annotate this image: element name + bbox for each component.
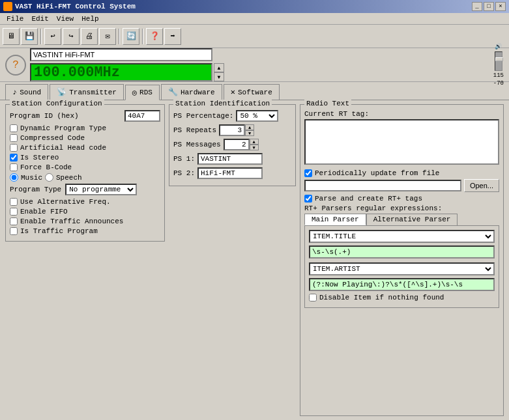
- tab-sound[interactable]: ♪ Sound: [5, 84, 48, 100]
- tab-rds[interactable]: ◎ RDS: [125, 85, 160, 100]
- station-id-panel: Station Identification PS Percentage: 50…: [169, 104, 296, 416]
- radio-icon: ?: [5, 55, 26, 76]
- menu-view[interactable]: View: [53, 14, 78, 23]
- ps-messages-up[interactable]: ▲: [250, 139, 259, 145]
- disable-item-checkbox[interactable]: [309, 294, 317, 301]
- use-alt-freq-row: Use Alternative Freq.: [10, 198, 160, 206]
- tb-sep2: [119, 29, 120, 44]
- compressed-code-label: Compressed Code: [20, 134, 85, 142]
- compressed-code-checkbox[interactable]: [10, 134, 18, 142]
- tab-hardware-label: Hardware: [181, 89, 215, 96]
- disable-item-label: Disable Item if nothing found: [319, 294, 444, 301]
- item-artist-select[interactable]: ITEM.ARTIST: [309, 262, 495, 275]
- tab-software-label: Software: [238, 89, 272, 96]
- is-stereo-label: Is Stereo: [20, 154, 59, 161]
- item-title-dropdown-row: ITEM.TITLE: [309, 230, 495, 243]
- radio-text-fieldset: Radio Text Current RT tag: Periodically …: [300, 104, 504, 416]
- menu-edit[interactable]: Edit: [27, 14, 52, 23]
- ps-repeats-spinner-btns: ▲ ▼: [245, 124, 254, 136]
- enable-traffic-checkbox[interactable]: [10, 217, 18, 225]
- tb-print-button[interactable]: 🖨: [81, 28, 98, 45]
- tb-undo-button[interactable]: ↩: [44, 28, 61, 45]
- speech-radio[interactable]: [45, 173, 53, 182]
- force-b-code-checkbox[interactable]: [10, 163, 18, 171]
- freq-down-button[interactable]: ▼: [214, 72, 224, 81]
- periodically-update-checkbox[interactable]: [304, 169, 312, 177]
- station-config-legend: Station Configuration: [10, 100, 104, 107]
- ps-repeats-up[interactable]: ▲: [245, 124, 254, 130]
- close-button[interactable]: ×: [495, 2, 506, 11]
- tb-refresh-button[interactable]: 🔄: [123, 28, 139, 45]
- item-title-select[interactable]: ITEM.TITLE: [309, 230, 495, 243]
- tab-transmitter[interactable]: 📡 Transmitter: [50, 84, 124, 100]
- tb-redo-button[interactable]: ↪: [63, 28, 80, 45]
- force-b-code-row: Force B-Code: [10, 163, 160, 171]
- current-rt-textarea[interactable]: [304, 119, 499, 165]
- alt-parser-tab[interactable]: Alternative Parser: [366, 214, 458, 225]
- enable-traffic-row: Enable Traffic Announces: [10, 217, 160, 225]
- dynamic-program-checkbox[interactable]: [10, 124, 18, 132]
- tb-save-button[interactable]: 💾: [21, 28, 38, 45]
- parser-content: ITEM.TITLE ITEM.ARTIST Disable Item if n…: [304, 225, 499, 308]
- item-artist-value-input[interactable]: [309, 278, 495, 291]
- ps-messages-input[interactable]: [224, 139, 250, 150]
- radio-text-panel: Radio Text Current RT tag: Periodically …: [300, 104, 504, 416]
- app-icon: [3, 2, 12, 11]
- window-title: VAST HiFi-FMT Control System: [15, 3, 136, 10]
- main-parser-tab[interactable]: Main Parser: [304, 214, 366, 225]
- item-title-value-input[interactable]: [309, 245, 495, 259]
- periodically-update-label: Periodically update from file: [315, 169, 439, 177]
- artificial-head-checkbox[interactable]: [10, 144, 18, 152]
- dynamic-program-row: Dynamic Program Type: [10, 124, 160, 132]
- enable-fifo-checkbox[interactable]: [10, 208, 18, 216]
- compressed-code-row: Compressed Code: [10, 134, 160, 142]
- ps-messages-down[interactable]: ▼: [250, 145, 259, 150]
- volume-track[interactable]: [495, 51, 502, 71]
- title-bar-controls: _ □ ×: [472, 2, 506, 11]
- tabs-bar: ♪ Sound 📡 Transmitter ◎ RDS 🔧 Hardware ✕…: [0, 82, 509, 100]
- tb-mail-button[interactable]: ✉: [99, 28, 116, 45]
- enable-traffic-label: Enable Traffic Announces: [20, 217, 123, 225]
- maximize-button[interactable]: □: [484, 2, 494, 11]
- vol-label: 🔊: [495, 43, 502, 50]
- is-stereo-row: Is Stereo: [10, 154, 160, 161]
- rt-file-input[interactable]: [304, 180, 461, 191]
- tab-hardware[interactable]: 🔧 Hardware: [161, 84, 222, 100]
- item-artist-dropdown-row: ITEM.ARTIST: [309, 262, 495, 275]
- ps-messages-spinner: ▲ ▼: [224, 139, 259, 150]
- ps2-row: PS 2:: [173, 167, 291, 179]
- tb-sep1: [40, 29, 42, 44]
- music-radio[interactable]: [10, 173, 18, 182]
- ps-repeats-down[interactable]: ▼: [245, 130, 254, 136]
- ps1-label: PS 1:: [173, 155, 195, 163]
- ps-repeats-label: PS Repeats: [173, 126, 216, 134]
- is-stereo-checkbox[interactable]: [10, 154, 18, 161]
- volume-thumb[interactable]: [495, 57, 503, 61]
- station-config-panel: Station Configuration Program ID (hex) D…: [5, 104, 165, 416]
- menu-help[interactable]: Help: [78, 14, 102, 23]
- menu-bar: File Edit View Help: [0, 13, 509, 25]
- ps1-input[interactable]: [197, 153, 263, 165]
- parse-create-row: Parse and create RT+ tags: [304, 195, 499, 203]
- artificial-head-row: Artificial Head code: [10, 144, 160, 152]
- ps2-input[interactable]: [197, 167, 263, 179]
- freq-spinner: ▲ ▼: [214, 63, 224, 81]
- tb-monitor-button[interactable]: 🖥: [3, 28, 20, 45]
- program-type-select[interactable]: No programme: [65, 184, 137, 195]
- ps-repeats-input[interactable]: [219, 124, 245, 136]
- parse-create-checkbox[interactable]: [304, 195, 312, 203]
- open-button[interactable]: Open...: [464, 179, 499, 192]
- ps-percentage-select[interactable]: 50 %: [236, 110, 278, 122]
- freq-up-button[interactable]: ▲: [214, 63, 224, 72]
- menu-file[interactable]: File: [3, 14, 27, 23]
- is-traffic-program-checkbox[interactable]: [10, 227, 18, 235]
- artificial-head-label: Artificial Head code: [20, 144, 106, 152]
- hardware-icon: 🔧: [168, 87, 178, 97]
- use-alt-freq-checkbox[interactable]: [10, 198, 18, 206]
- tb-arrow-button[interactable]: ➡: [164, 28, 181, 45]
- tab-software[interactable]: ✕ Software: [224, 84, 280, 100]
- tb-help-button[interactable]: ❓: [146, 28, 163, 45]
- program-id-input[interactable]: [124, 110, 160, 122]
- minimize-button[interactable]: _: [472, 2, 482, 11]
- station-name-input[interactable]: [30, 48, 212, 61]
